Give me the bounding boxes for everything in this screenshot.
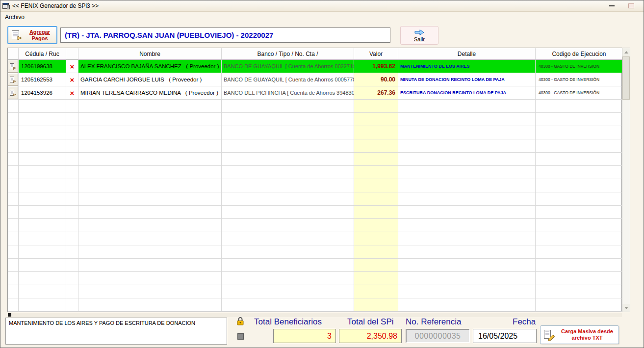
cell-nombre <box>78 100 222 113</box>
cell-banco <box>222 126 354 139</box>
row-edit-button[interactable] <box>8 86 19 100</box>
cell-detalle <box>398 100 536 113</box>
delete-row-button[interactable]: × <box>66 73 78 86</box>
cell-banco: BANCO DE GUAYAQUIL [ Cuenta de Ahorros 0… <box>222 73 354 86</box>
delete-x-icon: × <box>70 89 75 97</box>
cell-nombre <box>78 232 222 245</box>
cell-valor <box>354 100 398 113</box>
scroll-down-arrow-icon[interactable] <box>622 304 630 312</box>
row-edit-cell <box>8 219 19 232</box>
carga-label-rest1: Masiva desde <box>576 328 613 334</box>
cell-detalle <box>398 126 536 139</box>
table-row[interactable]: 1204153926×MIRIAN TERESA CARRASCO MEDINA… <box>8 86 621 100</box>
cell-codigo <box>536 113 622 126</box>
label-no-referencia: No. Referencia <box>406 317 461 327</box>
cell-detalle <box>398 298 536 312</box>
delete-cell <box>66 166 78 179</box>
app-window: << FENIX Generador de SPi3 >> Archivo Ag… <box>0 0 644 348</box>
description-box[interactable]: MANTENIMIENTO DE LOS AIRES Y PAGO DE ESC… <box>5 318 227 345</box>
exit-arrow-icon <box>414 29 425 36</box>
scroll-up-arrow-icon[interactable] <box>622 48 630 56</box>
cell-nombre <box>78 192 222 206</box>
cell-valor <box>354 126 398 139</box>
window-title: << FENIX Generador de SPi3 >> <box>12 2 99 9</box>
vertical-scroll-thumb[interactable] <box>622 56 630 100</box>
cell-cedula <box>19 232 66 245</box>
entity-title-field[interactable]: (TR) - JTA. PARROQ.SAN JUAN (PUEBLOVIEJO… <box>60 27 390 43</box>
total-spi-field: 2,350.98 <box>339 329 402 343</box>
delete-cell <box>66 206 78 219</box>
cell-detalle <box>398 259 536 272</box>
cell-valor <box>354 259 398 272</box>
header-nombre[interactable]: Nombre <box>78 48 222 60</box>
cell-valor <box>354 166 398 179</box>
header-codigo[interactable]: Codigo de Ejecucion <box>536 48 622 60</box>
delete-cell <box>66 272 78 285</box>
carga-masiva-button[interactable]: Carga Masiva desde archivo TXT <box>540 325 619 344</box>
cell-nombre <box>78 219 222 232</box>
total-beneficiarios-field: 3 <box>273 329 336 343</box>
cell-cedula <box>19 153 66 166</box>
agregar-pagos-button[interactable]: Agregar Pagos <box>7 26 57 44</box>
cell-nombre <box>78 113 222 126</box>
row-edit-cell <box>8 285 19 298</box>
horizontal-scroll-thumb[interactable] <box>8 313 11 317</box>
delete-row-button[interactable]: × <box>66 86 78 100</box>
close-button[interactable] <box>624 1 639 11</box>
cell-cedula <box>19 126 66 139</box>
row-edit-button[interactable] <box>8 73 19 86</box>
cell-codigo <box>536 232 622 245</box>
cell-banco <box>222 206 354 219</box>
header-valor[interactable]: Valor <box>354 48 398 60</box>
horizontal-scrollbar[interactable] <box>7 313 622 317</box>
cell-cedula <box>19 100 66 113</box>
cell-cedula <box>19 272 66 285</box>
cell-detalle <box>398 179 536 192</box>
cell-banco <box>222 245 354 259</box>
cell-detalle <box>398 113 536 126</box>
no-referencia-field: 0000000035 <box>406 329 470 343</box>
table-row[interactable]: 1205162553×GARCIA CARCHI JORGUE LUIS ( P… <box>8 73 621 86</box>
cell-valor: 267.36 <box>354 86 398 100</box>
fecha-field[interactable]: 16/05/2025 <box>473 329 537 343</box>
cell-codigo <box>536 179 622 192</box>
minimize-button[interactable] <box>604 1 619 11</box>
cell-nombre <box>78 245 222 259</box>
cell-cedula <box>19 166 66 179</box>
delete-row-button[interactable]: × <box>66 60 78 73</box>
row-edit-cell <box>8 139 19 153</box>
payments-grid: Cédula / Ruc Nombre Banco / Tipo / No. C… <box>7 48 622 312</box>
label-total-spi: Total del SPi <box>347 317 394 327</box>
delete-x-icon: × <box>70 63 75 70</box>
row-edit-button[interactable] <box>8 60 19 73</box>
cell-codigo <box>536 285 622 298</box>
color-swatch-box[interactable] <box>237 333 244 340</box>
table-row <box>8 192 621 206</box>
lock-icon <box>236 317 245 328</box>
cell-banco: BANCO DE GUAYAQUIL [ Cuenta de Ahorros 0… <box>222 60 354 73</box>
title-bar[interactable]: << FENIX Generador de SPi3 >> <box>0 0 644 12</box>
row-edit-cell <box>8 113 19 126</box>
grid-header: Cédula / Ruc Nombre Banco / Tipo / No. C… <box>8 48 621 60</box>
cell-banco <box>222 100 354 113</box>
cell-cedula <box>19 259 66 272</box>
cell-banco <box>222 298 354 312</box>
row-edit-cell <box>8 298 19 312</box>
cell-valor <box>354 232 398 245</box>
row-edit-cell <box>8 126 19 139</box>
table-row[interactable]: 1206199638×ALEX FRANCISCO BAJAÑA SANCHEZ… <box>8 60 621 73</box>
carga-masiva-icon <box>542 329 556 341</box>
header-banco[interactable]: Banco / Tipo / No. Cta / <box>222 48 354 60</box>
cell-detalle: MANTENIMIENTO DE LOS AIRES <box>398 60 536 73</box>
vertical-scrollbar[interactable] <box>622 48 630 312</box>
cell-codigo <box>536 272 622 285</box>
table-row <box>8 219 621 232</box>
cell-detalle <box>398 153 536 166</box>
cell-detalle <box>398 139 536 153</box>
salir-button[interactable]: Salir <box>400 26 438 45</box>
cell-banco <box>222 192 354 206</box>
menu-archivo[interactable]: Archivo <box>5 14 25 21</box>
cell-banco <box>222 272 354 285</box>
header-detalle[interactable]: Detalle <box>398 48 536 60</box>
header-cedula[interactable]: Cédula / Ruc <box>19 48 66 60</box>
